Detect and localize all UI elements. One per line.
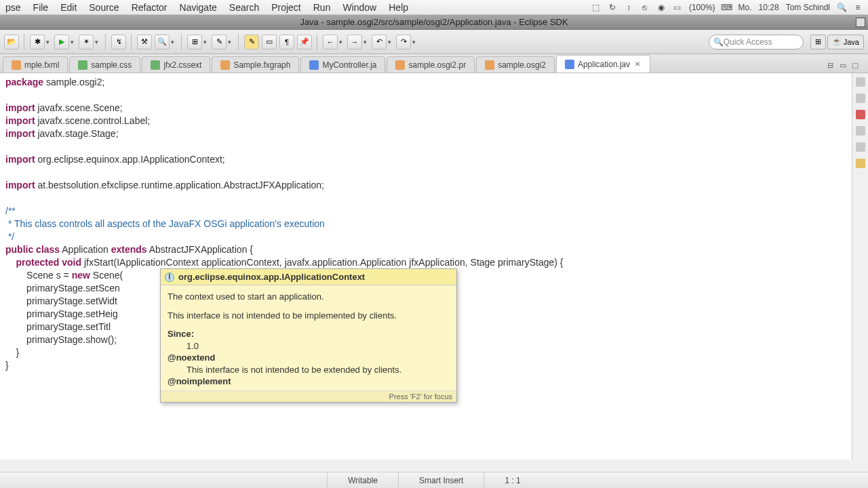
toolbar-separator-5	[238, 34, 239, 50]
show-whitespace-button[interactable]: ¶	[279, 35, 294, 49]
toggle-block-button[interactable]: ▭	[262, 35, 277, 49]
file-icon	[565, 60, 574, 69]
code-editor[interactable]: package sample.osgi2; import javafx.scen…	[0, 73, 868, 460]
wifi-icon[interactable]: ◉	[656, 3, 666, 12]
task-button[interactable]: ✎	[212, 35, 226, 49]
hover-header: I org.eclipse.equinox.app.IApplicationCo…	[161, 269, 456, 285]
menu-help[interactable]: Help	[389, 2, 408, 13]
back-dropdown[interactable]: ▾	[339, 35, 344, 49]
status-writable[interactable]: Writable	[327, 472, 398, 488]
hover-title: org.eclipse.equinox.app.IApplicationCont…	[178, 272, 365, 282]
declaration-view-icon[interactable]	[856, 126, 865, 136]
menu-edit[interactable]: Edit	[60, 2, 77, 13]
quick-access-input[interactable]: 🔍 Quick Access	[709, 35, 804, 49]
spotlight-icon[interactable]: 🔍	[837, 3, 846, 12]
new-button[interactable]: ✱	[30, 35, 45, 49]
noimplement-tag: @noimplement	[167, 375, 450, 388]
file-icon	[220, 60, 230, 70]
tab-application-java[interactable]: Application.jav✕	[556, 55, 650, 73]
skip-breakpoints-button[interactable]: ↯	[111, 35, 126, 49]
debug-button[interactable]: ✴	[79, 35, 94, 49]
menu-navigate[interactable]: Navigate	[180, 2, 217, 13]
tab-label: Application.jav	[578, 60, 630, 69]
maximize-icon[interactable]: ▢	[852, 61, 861, 70]
run-button[interactable]: ▶	[54, 35, 69, 49]
toolbar-separator-6	[317, 34, 318, 50]
noextend-tag: @noextend	[167, 352, 450, 364]
toolbar-separator-3	[131, 34, 132, 50]
restore-icon[interactable]: ⊟	[827, 61, 837, 70]
run-dropdown[interactable]: ▾	[71, 35, 76, 49]
outline-view-icon[interactable]	[856, 77, 865, 87]
hover-desc-2: This interface is not intended to be imp…	[167, 310, 450, 322]
new-dropdown[interactable]: ▾	[46, 35, 52, 49]
hover-body: The context used to start an application…	[161, 285, 456, 390]
task-list-icon[interactable]	[856, 94, 865, 103]
open-resource-button[interactable]: 📂	[4, 35, 19, 49]
menu-window[interactable]: Window	[342, 2, 376, 13]
debug-dropdown[interactable]: ▾	[95, 35, 100, 49]
tab-sample-osgi2[interactable]: sample.osgi2	[476, 56, 555, 73]
maximize-button[interactable]	[856, 18, 865, 27]
user-name[interactable]: Tom Schindl	[786, 3, 830, 12]
tab-sample-osgi2-pr[interactable]: sample.osgi2.pr	[387, 56, 475, 73]
status-insert-mode[interactable]: Smart Insert	[398, 472, 484, 488]
open-type-button[interactable]: ⊞	[187, 35, 202, 49]
battery-percent: (100%)	[689, 3, 715, 12]
tab-mycontroller[interactable]: MyController.ja	[300, 56, 385, 73]
back-button[interactable]: ←	[323, 35, 338, 49]
task-dropdown[interactable]: ▾	[228, 35, 233, 49]
next-annotation-dropdown[interactable]: ▾	[412, 35, 418, 49]
next-annotation-button[interactable]: ↷	[396, 35, 411, 49]
notification-icon[interactable]: ≡	[853, 3, 863, 12]
minimize-icon[interactable]: ▭	[840, 61, 849, 70]
file-icon	[151, 60, 160, 70]
sync-icon[interactable]: ↻	[608, 3, 617, 12]
menu-refactor[interactable]: Refactor	[132, 2, 167, 13]
console-view-icon[interactable]	[856, 159, 865, 168]
search-icon: 🔍	[713, 37, 724, 47]
problems-view-icon[interactable]	[856, 110, 865, 119]
keyboard-icon[interactable]: ⌨	[722, 3, 732, 12]
network-icon[interactable]: ↕	[624, 3, 633, 12]
menu-file[interactable]: File	[33, 2, 49, 13]
java-perspective-button[interactable]: ☕ Java	[827, 35, 864, 49]
last-edit-button[interactable]: ↶	[372, 35, 387, 49]
java-perspective-icon: ☕	[832, 37, 842, 46]
open-perspective-button[interactable]: ⊞	[810, 35, 826, 49]
javadoc-view-icon[interactable]	[856, 142, 865, 152]
since-value: 1.0	[167, 340, 450, 352]
java-perspective-label: Java	[844, 38, 859, 46]
tab-jfx2-cssext[interactable]: jfx2.cssext	[142, 56, 210, 73]
build-button[interactable]: ⚒	[137, 35, 152, 49]
tab-label: jfx2.cssext	[163, 60, 201, 70]
tab-sample-fxgraph[interactable]: Sample.fxgraph	[212, 56, 299, 73]
last-edit-dropdown[interactable]: ▾	[388, 35, 393, 49]
search-dropdown[interactable]: ▾	[171, 35, 176, 49]
tab-sample-css[interactable]: sample.css	[69, 56, 140, 73]
menu-search[interactable]: Search	[229, 2, 259, 13]
javadoc-hover-popup: I org.eclipse.equinox.app.IApplicationCo…	[160, 268, 457, 403]
forward-dropdown[interactable]: ▾	[363, 35, 369, 49]
status-cursor-position[interactable]: 1 : 1	[484, 472, 540, 488]
clock-time: 10:28	[759, 3, 779, 12]
menu-run[interactable]: Run	[313, 2, 331, 13]
bluetooth-icon[interactable]: ⎋	[640, 3, 650, 12]
forward-button[interactable]: →	[347, 35, 362, 49]
os-menubar: pse File Edit Source Refactor Navigate S…	[0, 0, 868, 15]
battery-icon[interactable]: ▭	[673, 3, 682, 12]
file-icon	[78, 60, 87, 70]
pin-button[interactable]: 📌	[297, 35, 312, 49]
search-button[interactable]: 🔍	[155, 35, 170, 49]
tab-label: MyController.ja	[322, 60, 376, 70]
tab-sample-fxml[interactable]: mple.fxml	[3, 56, 68, 73]
menu-source[interactable]: Source	[89, 2, 119, 13]
tab-label: sample.osgi2.pr	[408, 60, 466, 70]
close-icon[interactable]: ✕	[633, 60, 642, 68]
menu-project[interactable]: Project	[271, 2, 301, 13]
quick-access-placeholder: Quick Access	[724, 37, 772, 47]
open-type-dropdown[interactable]: ▾	[203, 35, 209, 49]
menu-app[interactable]: pse	[5, 2, 21, 13]
dropbox-icon[interactable]: ⬚	[591, 3, 601, 12]
toggle-mark-button[interactable]: ✎	[244, 35, 259, 49]
